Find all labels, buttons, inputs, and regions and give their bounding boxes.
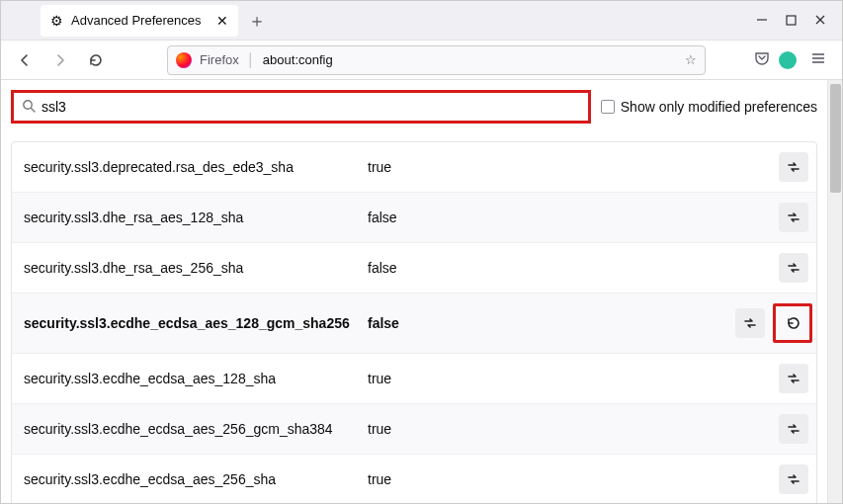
titlebar: ⚙ Advanced Preferences ✕ ＋: [1, 1, 842, 41]
toggle-button[interactable]: [779, 414, 808, 444]
back-button[interactable]: [11, 46, 39, 74]
pref-list: security.ssl3.deprecated.rsa_des_ede3_sh…: [11, 141, 817, 504]
url-text: about:config: [263, 52, 333, 67]
scroll-thumb[interactable]: [830, 84, 841, 193]
pref-value: false: [368, 260, 771, 276]
pref-row: security.ssl3.dhe_rsa_aes_128_shafalse: [12, 193, 816, 243]
app-menu-button[interactable]: [804, 50, 832, 69]
pref-row: security.ssl3.deprecated.rsa_des_ede3_sh…: [12, 142, 816, 193]
pref-name: security.ssl3.ecdhe_ecdsa_aes_256_sha: [24, 471, 360, 487]
toggle-button[interactable]: [779, 152, 808, 182]
search-input[interactable]: [42, 99, 580, 115]
pref-name: security.ssl3.ecdhe_ecdsa_aes_128_gcm_sh…: [24, 315, 360, 331]
reload-button[interactable]: [82, 46, 110, 74]
pref-name: security.ssl3.dhe_rsa_aes_256_sha: [24, 260, 360, 276]
pref-value: true: [368, 371, 771, 386]
svg-point-7: [24, 100, 32, 108]
tab-title: Advanced Preferences: [71, 13, 202, 28]
svg-rect-1: [787, 16, 796, 25]
minimize-button[interactable]: [756, 13, 768, 29]
toggle-button[interactable]: [779, 464, 808, 494]
close-window-button[interactable]: [814, 13, 826, 29]
pref-row: security.ssl3.ecdhe_ecdsa_aes_256_shatru…: [12, 455, 816, 504]
show-modified-checkbox[interactable]: [601, 100, 615, 114]
toggle-button[interactable]: [779, 364, 808, 393]
pref-name: security.ssl3.ecdhe_ecdsa_aes_128_sha: [24, 371, 360, 386]
pref-value: true: [368, 421, 771, 437]
pref-value: false: [368, 210, 771, 225]
pref-row: security.ssl3.ecdhe_ecdsa_aes_128_gcm_sh…: [12, 294, 816, 354]
url-divider: │: [247, 52, 255, 67]
url-bar[interactable]: Firefox │ about:config ☆: [167, 45, 706, 75]
svg-line-8: [32, 108, 36, 112]
pref-value: true: [368, 471, 771, 487]
nav-toolbar: Firefox │ about:config ☆: [1, 41, 842, 80]
pref-value: true: [368, 159, 771, 175]
show-modified-label: Show only modified preferences: [621, 99, 817, 115]
search-box[interactable]: [11, 90, 591, 124]
window-controls: [756, 13, 842, 29]
toggle-button[interactable]: [735, 308, 765, 338]
vertical-scrollbar[interactable]: [827, 80, 842, 503]
pocket-icon[interactable]: [753, 49, 771, 70]
bookmark-star-icon[interactable]: ☆: [685, 52, 697, 67]
reset-highlight: [773, 303, 812, 343]
firefox-icon: [176, 52, 192, 68]
gear-icon: ⚙: [50, 13, 63, 29]
browser-tab[interactable]: ⚙ Advanced Preferences ✕: [41, 5, 238, 37]
new-tab-button[interactable]: ＋: [244, 8, 270, 34]
pref-row: security.ssl3.dhe_rsa_aes_256_shafalse: [12, 243, 816, 294]
url-brand: Firefox: [200, 52, 239, 67]
reset-button[interactable]: [778, 308, 807, 338]
close-tab-button[interactable]: ✕: [216, 13, 228, 29]
pref-name: security.ssl3.dhe_rsa_aes_128_sha: [24, 210, 360, 225]
maximize-button[interactable]: [786, 13, 797, 29]
forward-button[interactable]: [46, 46, 74, 74]
pref-row: security.ssl3.ecdhe_ecdsa_aes_128_shatru…: [12, 354, 816, 404]
pref-name: security.ssl3.ecdhe_ecdsa_aes_256_gcm_sh…: [24, 421, 360, 437]
toggle-button[interactable]: [779, 203, 808, 232]
pref-name: security.ssl3.deprecated.rsa_des_ede3_sh…: [24, 159, 360, 175]
pref-row: security.ssl3.ecdhe_ecdsa_aes_256_gcm_sh…: [12, 404, 816, 455]
config-content: Show only modified preferences security.…: [1, 80, 827, 503]
extension-icon[interactable]: [779, 51, 797, 69]
search-icon: [22, 99, 36, 116]
toggle-button[interactable]: [779, 253, 808, 283]
pref-value: false: [368, 315, 727, 331]
